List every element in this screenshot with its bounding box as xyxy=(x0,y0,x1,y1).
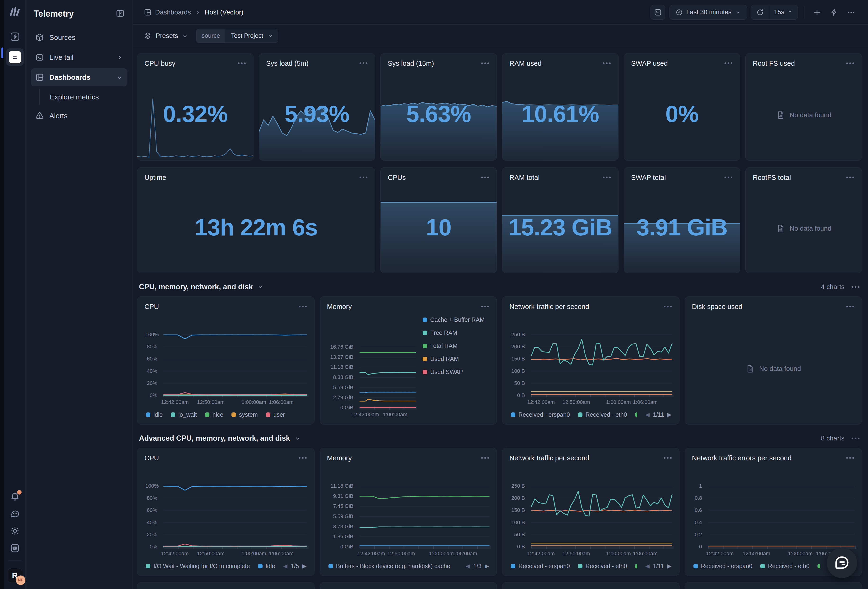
legend-item[interactable]: R xyxy=(635,411,637,418)
legend-item[interactable]: Received - eth0 xyxy=(578,411,627,418)
legend-next-button[interactable]: ▶ xyxy=(667,411,672,418)
card-menu-button[interactable] xyxy=(845,174,855,181)
console-panel-button[interactable] xyxy=(651,5,665,20)
card-menu-button[interactable] xyxy=(663,454,673,462)
legend-item[interactable]: io_wait xyxy=(171,411,197,418)
rail-quickstart-button[interactable] xyxy=(7,30,22,44)
legend-item[interactable]: Received - erspan0 xyxy=(694,563,753,570)
legend-prev-button[interactable]: ◀ xyxy=(466,563,470,569)
card-menu-button[interactable] xyxy=(359,59,368,67)
card-menu-button[interactable] xyxy=(845,59,855,67)
no-data-file-icon xyxy=(776,224,785,233)
legend-item[interactable]: Used SWAP xyxy=(423,368,490,376)
card-head: CPU xyxy=(137,448,314,465)
sidebar-item-alerts[interactable]: Alerts xyxy=(31,107,127,125)
legend-item[interactable]: user xyxy=(266,411,285,418)
sidebar-item-dashboards[interactable]: Dashboards xyxy=(31,68,127,86)
sidebar-item-sources[interactable]: Sources xyxy=(31,28,127,46)
legend-prev-button[interactable]: ◀ xyxy=(283,563,288,569)
legend-item[interactable]: Buffers - Block device (e.g. harddisk) c… xyxy=(328,563,450,570)
support-chat-button[interactable] xyxy=(827,548,857,578)
section-toggle[interactable]: CPU, memory, network, and disk xyxy=(139,283,264,291)
card-title: RootFS total xyxy=(753,174,791,182)
quick-actions-button[interactable] xyxy=(828,6,840,19)
card-menu-button[interactable] xyxy=(298,454,308,462)
chart-canvas xyxy=(360,486,490,547)
card-menu-button[interactable] xyxy=(480,174,490,181)
no-data-label: No data found xyxy=(759,365,801,373)
legend-item[interactable]: R xyxy=(635,563,637,570)
breadcrumb-dashboards[interactable]: Dashboards xyxy=(144,8,191,16)
legend-items: idleio_waitnicesystemuser xyxy=(146,411,307,418)
y-axis-label: 0.4 xyxy=(693,519,702,525)
sidebar-item-live-tail[interactable]: Live tail xyxy=(31,49,127,67)
legend-item[interactable]: R xyxy=(818,563,819,570)
app-logo-icon[interactable] xyxy=(9,6,21,16)
legend-item[interactable]: Used RAM xyxy=(423,355,490,363)
sidebar-subitem-explore-metrics[interactable]: Explore metrics xyxy=(31,89,127,105)
legend-item[interactable]: Idle xyxy=(258,563,275,570)
stat-card-swap-total: SWAP total3.91 GiB xyxy=(624,167,740,273)
legend-swatch xyxy=(146,413,151,417)
user-avatar[interactable]: R NF xyxy=(7,568,22,583)
chart-legend: Buffers - Block device (e.g. harddisk) c… xyxy=(328,560,490,573)
command-menu-icon[interactable] xyxy=(10,543,20,553)
legend-item[interactable]: Received - eth0 xyxy=(578,563,627,570)
legend-item[interactable]: Received - erspan0 xyxy=(511,411,570,418)
card-menu-button[interactable] xyxy=(359,174,368,181)
card-menu-button[interactable] xyxy=(845,303,855,310)
card-menu-button[interactable] xyxy=(602,174,612,181)
lightning-square-icon xyxy=(10,31,20,42)
legend-item[interactable]: Received - eth0 xyxy=(760,563,809,570)
card-menu-button[interactable] xyxy=(723,59,733,67)
source-filter[interactable]: source Test Project xyxy=(196,29,278,43)
section-menu-button[interactable] xyxy=(851,435,861,442)
legend-item[interactable]: Free RAM xyxy=(423,329,490,336)
y-axis-label: 1 xyxy=(693,483,702,489)
card-menu-button[interactable] xyxy=(237,59,247,67)
legend-prev-button[interactable]: ◀ xyxy=(645,411,650,418)
y-axis-label: 60% xyxy=(145,507,157,513)
legend-item[interactable]: nice xyxy=(205,411,223,418)
legend-next-button[interactable]: ▶ xyxy=(667,563,672,569)
section-toggle[interactable]: Advanced CPU, memory, network, and disk xyxy=(139,434,301,442)
more-options-button[interactable] xyxy=(845,6,858,19)
rail-telemetry-button[interactable] xyxy=(6,49,24,66)
legend-label: Idle xyxy=(266,563,275,570)
feedback-chat-icon[interactable] xyxy=(10,509,20,519)
add-panel-button[interactable] xyxy=(810,6,824,19)
legend-item[interactable]: Total RAM xyxy=(423,342,490,349)
refresh-button[interactable] xyxy=(751,5,769,19)
chart-area: 11.18 GiB9.31 GiB7.45 GiB5.59 GiB3.73 Gi… xyxy=(320,465,497,576)
card-menu-button[interactable] xyxy=(298,303,308,310)
legend-item[interactable]: idle xyxy=(146,411,163,418)
x-axis-label: 12:50:00am xyxy=(562,399,590,405)
theme-toggle-sun-icon[interactable] xyxy=(10,526,20,536)
legend-next-button[interactable]: ▶ xyxy=(485,563,489,569)
time-range-picker[interactable]: Last 30 minutes xyxy=(670,5,747,20)
legend-item[interactable]: I/O Wait - Waiting for I/O to complete xyxy=(146,563,250,570)
legend-label: Received - erspan0 xyxy=(518,411,570,418)
card-menu-button[interactable] xyxy=(602,59,612,67)
stat-body: 10.61% xyxy=(502,70,618,160)
card-menu-button[interactable] xyxy=(480,454,490,462)
legend-next-button[interactable]: ▶ xyxy=(303,563,307,569)
card-head: SWAP used xyxy=(624,53,740,70)
y-axis-label: 0.2 xyxy=(693,531,702,538)
presets-dropdown[interactable]: Presets xyxy=(144,32,188,40)
legend-item[interactable]: Received - erspan0 xyxy=(511,563,570,570)
sidebar-item-label: Alerts xyxy=(49,112,68,120)
card-menu-button[interactable] xyxy=(723,174,733,181)
card-menu-button[interactable] xyxy=(480,303,490,310)
sidebar-collapse-icon[interactable] xyxy=(115,9,125,19)
legend-item[interactable]: Cache + Buffer RAM xyxy=(423,316,490,323)
card-menu-button[interactable] xyxy=(480,59,490,67)
card-menu-button[interactable] xyxy=(663,303,673,310)
notifications-bell-icon[interactable] xyxy=(10,492,20,502)
legend-item[interactable]: system xyxy=(232,411,258,418)
legend-prev-button[interactable]: ◀ xyxy=(645,563,650,569)
section-menu-button[interactable] xyxy=(851,283,861,291)
card-menu-button[interactable] xyxy=(845,454,855,462)
refresh-interval-select[interactable]: 15s xyxy=(769,5,797,19)
legend-items: I/O Wait - Waiting for I/O to completeId… xyxy=(146,563,275,570)
